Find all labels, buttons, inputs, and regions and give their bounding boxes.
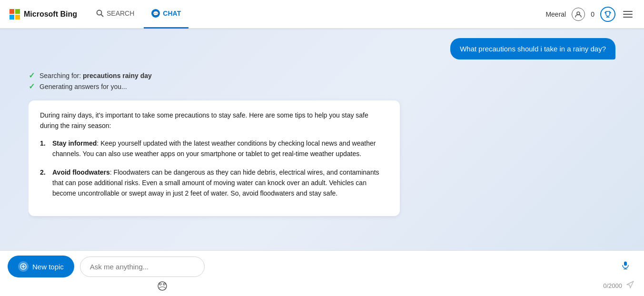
list-item-text-1: Stay informed: Keep yourself updated wit… <box>52 138 388 159</box>
new-topic-label: New topic <box>32 263 64 271</box>
svg-point-4 <box>577 12 580 15</box>
search-icon <box>96 10 104 17</box>
status-text-2: Generating answers for you... <box>40 83 127 90</box>
svg-line-1 <box>101 15 103 17</box>
hamburger-menu-icon[interactable] <box>621 9 634 20</box>
status-item-2: ✓ Generating answers for you... <box>29 82 615 91</box>
input-row: New topic <box>8 256 636 277</box>
char-count: 0/2000 <box>603 282 622 289</box>
svg-point-11 <box>163 283 165 285</box>
status-item-1: ✓ Searching for: precautions rainy day <box>29 71 615 80</box>
bottom-bar: New topic <box>0 250 644 296</box>
list-num-2: 2. <box>40 167 48 199</box>
nav-tabs: SEARCH 💬 CHAT <box>89 0 545 29</box>
user-bubble: What precautions should i take in a rain… <box>450 38 615 59</box>
header-right: Meeral 0 <box>545 7 634 22</box>
tab-search[interactable]: SEARCH <box>89 0 142 29</box>
tab-chat[interactable]: 💬 CHAT <box>144 0 188 29</box>
svg-text:💬: 💬 <box>153 10 159 17</box>
camera-icon-wrap[interactable] <box>157 281 168 291</box>
svg-point-10 <box>159 283 161 285</box>
list-item: 2. Avoid floodwaters: Floodwaters can be… <box>40 167 388 199</box>
microsoft-logo <box>10 9 20 20</box>
list-item-text-2: Avoid floodwaters: Floodwaters can be da… <box>52 167 388 199</box>
chat-input[interactable] <box>80 257 205 277</box>
answer-intro: During rainy days, it's important to tak… <box>40 110 388 131</box>
main-content: What precautions should i take in a rain… <box>0 29 644 296</box>
new-topic-icon <box>18 261 29 272</box>
list-num-1: 1. <box>40 138 48 159</box>
svg-rect-6 <box>624 262 627 266</box>
send-icon[interactable] <box>626 280 634 291</box>
answer-list: 1. Stay informed: Keep yourself updated … <box>40 138 388 199</box>
logo-area: Microsoft Bing <box>10 9 77 20</box>
chat-area: What precautions should i take in a rain… <box>29 38 615 250</box>
header: Microsoft Bing SEARCH 💬 CHAT Meeral <box>0 0 644 29</box>
status-text-1: Searching for: precautions rainy day <box>40 72 152 79</box>
user-avatar-icon[interactable] <box>572 8 585 21</box>
svg-point-9 <box>158 282 167 290</box>
list-item: 1. Stay informed: Keep yourself updated … <box>40 138 388 159</box>
chat-icon: 💬 <box>151 9 160 18</box>
check-icon-1: ✓ <box>29 71 35 80</box>
reward-trophy-icon[interactable] <box>600 7 615 22</box>
new-topic-button[interactable]: New topic <box>8 256 74 277</box>
user-name: Meeral <box>545 10 566 18</box>
chat-tab-label: CHAT <box>163 10 181 17</box>
input-wrapper <box>80 257 636 277</box>
user-message-row: What precautions should i take in a rain… <box>29 38 615 59</box>
search-tab-label: SEARCH <box>107 10 134 17</box>
status-items: ✓ Searching for: precautions rainy day ✓… <box>29 71 615 93</box>
microphone-icon[interactable] <box>621 261 630 272</box>
brand-name: Microsoft Bing <box>24 10 77 19</box>
check-icon-2: ✓ <box>29 82 35 91</box>
reward-count: 0 <box>591 10 594 18</box>
answer-box: During rainy days, it's important to tak… <box>29 100 400 216</box>
bottom-sub-row: 0/2000 <box>8 280 636 291</box>
